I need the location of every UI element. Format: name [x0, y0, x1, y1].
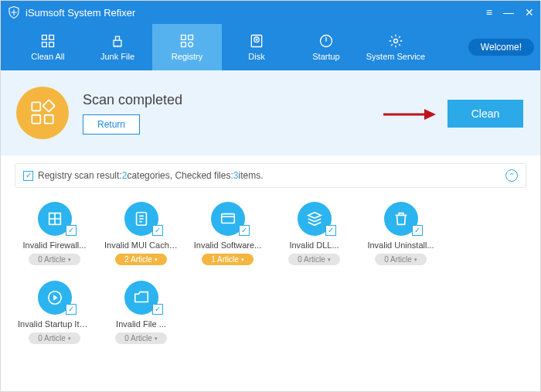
card-label: Invalid MUI Cache... [104, 240, 178, 250]
result-card[interactable]: ✓Invalid Uninstall...0 Article ▾ [364, 202, 437, 265]
svg-rect-16 [45, 115, 53, 124]
gear-icon [387, 33, 404, 49]
svg-rect-6 [189, 36, 193, 40]
svg-rect-5 [182, 36, 186, 40]
disk-icon [248, 33, 265, 49]
svg-marker-24 [53, 295, 58, 300]
card-label: Invalid File ... [116, 319, 166, 329]
app-logo-icon [7, 5, 21, 19]
card-badge[interactable]: 0 Article ▾ [29, 332, 80, 344]
card-checkbox[interactable]: ✓ [325, 225, 336, 236]
svg-marker-19 [424, 109, 436, 120]
card-label: Invalid Startup Item... [18, 319, 91, 329]
scan-status-icon [16, 87, 69, 139]
result-count: 2 [122, 170, 128, 181]
nav-label: System Service [366, 52, 425, 61]
result-card[interactable]: ✓Invalid File ...0 Article ▾ [104, 281, 178, 344]
scan-header: Scan completed Return Clean [1, 70, 540, 155]
card-label: Invalid Uninstall... [367, 240, 434, 250]
clean-button[interactable]: Clean [447, 100, 523, 128]
result-card[interactable]: ✓Invalid Startup Item...0 Article ▾ [18, 281, 91, 344]
card-badge[interactable]: 0 Article ▾ [115, 332, 167, 344]
app-window: iSumsoft System Refixer ≡ — ✕ Clean All … [0, 0, 541, 392]
svg-rect-22 [221, 214, 234, 223]
svg-rect-2 [43, 43, 47, 47]
menu-icon[interactable]: ≡ [486, 7, 492, 18]
card-checkbox[interactable]: ✓ [152, 304, 163, 315]
nav-label: Startup [312, 52, 339, 61]
card-label: Invalid Software... [194, 240, 261, 250]
svg-rect-3 [49, 43, 54, 47]
svg-rect-17 [43, 100, 54, 111]
brush-icon [109, 33, 126, 49]
card-checkbox[interactable]: ✓ [239, 225, 250, 236]
nav-label: Registry [172, 52, 202, 61]
window-controls: ≡ — ✕ [486, 7, 534, 18]
result-summary: ✓ Registry scan result: 2 categories, Ch… [15, 163, 526, 188]
grid-icon [39, 33, 56, 49]
close-icon[interactable]: ✕ [525, 7, 534, 18]
svg-rect-4 [114, 40, 121, 46]
result-text: items. [238, 170, 263, 181]
svg-point-13 [394, 39, 398, 43]
card-badge[interactable]: 0 Article ▾ [375, 254, 427, 265]
welcome-badge[interactable]: Welcome! [468, 39, 534, 56]
result-card[interactable]: ✓Invalid DLL...0 Article ▾ [277, 202, 351, 265]
return-button[interactable]: Return [83, 114, 140, 135]
card-checkbox[interactable]: ✓ [66, 225, 77, 236]
card-checkbox[interactable]: ✓ [412, 225, 423, 236]
app-title: iSumsoft System Refixer [26, 7, 135, 19]
navbar: Clean All Junk File Registry Disk Startu… [1, 24, 540, 70]
results-grid: ✓Invalid Firewall...0 Article ▾✓Invalid … [15, 202, 526, 344]
svg-point-10 [254, 37, 260, 43]
result-card[interactable]: ✓Invalid Software...1 Article ▾ [191, 202, 264, 265]
svg-rect-0 [43, 36, 47, 40]
svg-point-11 [256, 39, 257, 41]
nav-label: Disk [248, 52, 264, 61]
result-text: categories, Checked files: [127, 170, 233, 181]
arrow-annotation [382, 107, 436, 121]
registry-icon [179, 33, 196, 49]
collapse-icon[interactable]: ⌃ [505, 169, 518, 182]
nav-clean-all[interactable]: Clean All [13, 24, 83, 70]
card-checkbox[interactable]: ✓ [66, 304, 77, 315]
card-badge[interactable]: 0 Article ▾ [288, 254, 340, 265]
nav-junk-file[interactable]: Junk File [83, 24, 152, 70]
nav-label: Clean All [31, 52, 64, 61]
titlebar[interactable]: iSumsoft System Refixer ≡ — ✕ [1, 1, 540, 24]
nav-label: Junk File [100, 52, 134, 61]
svg-point-8 [189, 43, 193, 47]
nav-system-service[interactable]: System Service [361, 24, 430, 70]
card-label: Invalid Firewall... [23, 240, 87, 250]
nav-startup[interactable]: Startup [291, 24, 361, 70]
result-count: 3 [233, 170, 239, 181]
result-text: Registry scan result: [38, 170, 122, 181]
svg-rect-1 [49, 36, 54, 40]
minimize-icon[interactable]: — [503, 7, 514, 18]
card-badge[interactable]: 2 Article ▾ [115, 254, 167, 265]
result-card[interactable]: ✓Invalid MUI Cache...2 Article ▾ [104, 202, 178, 265]
power-icon [318, 33, 335, 49]
svg-rect-14 [32, 102, 40, 111]
svg-rect-15 [32, 115, 40, 124]
checkbox-icon[interactable]: ✓ [23, 171, 33, 181]
scan-text: Scan completed Return [83, 92, 182, 135]
card-badge[interactable]: 1 Article ▾ [202, 254, 253, 265]
nav-registry[interactable]: Registry [152, 24, 222, 70]
svg-rect-7 [182, 43, 186, 47]
card-badge[interactable]: 0 Article ▾ [29, 254, 80, 265]
nav-disk[interactable]: Disk [222, 24, 291, 70]
scan-heading: Scan completed [83, 92, 182, 108]
result-card[interactable]: ✓Invalid Firewall...0 Article ▾ [18, 202, 91, 265]
card-label: Invalid DLL... [289, 240, 339, 250]
card-checkbox[interactable]: ✓ [152, 225, 163, 236]
content-area: ✓ Registry scan result: 2 categories, Ch… [1, 155, 540, 391]
